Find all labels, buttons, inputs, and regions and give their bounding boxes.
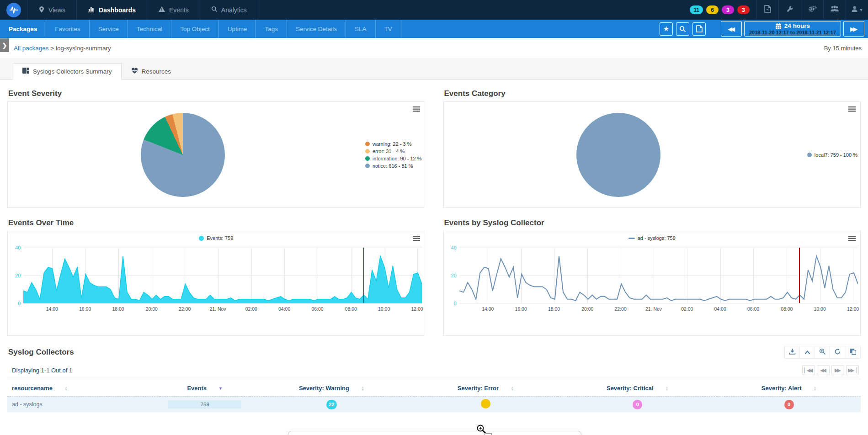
alert-count-badge[interactable]: 11 [690,5,703,14]
series-svg [459,248,858,303]
events-category-card: local7: 759 - 100 % [443,101,861,208]
pdf-icon [696,25,703,32]
app-logo[interactable] [0,0,27,20]
copy-button[interactable] [845,346,860,358]
gears-button[interactable] [801,0,823,20]
chart-menu-button[interactable] [413,235,420,243]
chart-legend-item[interactable]: ad - syslogs: 759 [444,231,861,245]
x-axis-label: 04:00 [278,306,290,312]
page-last-button[interactable]: ▶▶▕ [846,365,859,375]
refresh-button[interactable] [830,346,845,358]
column-header-severity-alert[interactable]: Severity: Alert▲▼ [717,380,861,397]
favorite-button[interactable]: ★ [660,22,673,36]
x-axis-label: 20:00 [581,306,593,312]
dashboard-content: Event Severity warning: 22 - 3 %error: 3… [0,80,868,412]
panel-events-over-time: Events Over Time Events: 7590204014:0016… [7,214,425,336]
x-axis-label: 20:00 [146,306,158,312]
sort-icon: ▲▼ [814,386,817,391]
x-axis-label: 08:00 [345,306,357,312]
view-tabstrip: Syslogs Collectors SummaryResources [0,58,868,80]
legend-dot [807,153,812,157]
tooltip-popup [288,431,581,435]
view-tab-label: Resources [142,68,171,75]
range-dates[interactable]: 2018-11-20 12:17 to 2018-11-21 12:17 [749,30,836,35]
syslog-section-header: Syslog Collectors [7,346,861,359]
zoom-in-button[interactable] [815,346,830,358]
nav-item-label: Analytics [221,6,247,14]
page-prev-button[interactable]: ◀◀ [817,365,830,375]
table-body: ad - syslogs7592200 [7,397,861,413]
page-first-button[interactable]: ▏◀◀ [802,365,815,375]
users-button[interactable] [823,0,846,20]
pie-chart [576,113,660,197]
search-button[interactable] [676,22,689,36]
tab-service[interactable]: Service [90,20,128,38]
x-axis-label: 16:00 [79,306,91,312]
collapse-button[interactable] [800,346,815,358]
chart-menu-button[interactable] [413,106,420,114]
resource-link[interactable]: ad - syslogs [12,401,43,408]
wrench-button[interactable] [778,0,801,20]
x-axis-label: 02:00 [681,306,693,312]
range-back-button[interactable]: ◀◀ [721,21,742,37]
legend-item-information[interactable]: information: 90 - 12 % [365,156,422,161]
y-axis-label: 20 [15,273,21,278]
alert-count-badge[interactable]: 6 [706,5,719,14]
sidebar-expander[interactable]: ❯ [0,38,9,52]
column-header-severity-warning[interactable]: Severity: Warning▲▼ [250,380,413,397]
alert-count-badge[interactable]: 3 [722,5,734,14]
cursor-selection-box [485,433,492,435]
nav-item-events[interactable]: Events [147,0,200,20]
nav-item-views[interactable]: Views [27,0,77,20]
user-menu-button[interactable]: ▼ [846,0,868,20]
tab-top-object[interactable]: Top Object [171,20,219,38]
severity-count-badge [481,399,490,408]
legend-item-notice[interactable]: notice: 616 - 81 % [365,163,422,169]
menu-hamburger-icon [413,106,420,113]
column-header-severity-critical[interactable]: Severity: Critical▲▼ [558,380,717,397]
chart-menu-button[interactable] [848,235,856,243]
range-forward-button[interactable]: ▶▶ [843,21,864,37]
download-button[interactable] [785,346,800,358]
pdf-button[interactable] [692,22,706,36]
tab-tags[interactable]: Tags [256,20,287,38]
tab-tv[interactable]: TV [376,20,401,38]
panel-events-by-collector: Events by Syslog Collector ad - syslogs:… [443,214,861,336]
view-tab-syslogs-collectors-summary[interactable]: Syslogs Collectors Summary [13,63,122,80]
top-nav: ViewsDashboardsEventsAnalytics 11633 ▼ [0,0,868,20]
menu-hamburger-icon [848,106,856,113]
table-statusbar: Displaying 1-1 Out of 1 ▏◀◀◀◀▶▶▶▶▕ [7,363,861,379]
chart-legend-item[interactable]: Events: 759 [8,231,425,245]
legend-item-local7[interactable]: local7: 759 - 100 % [807,152,857,158]
column-header-severity-error[interactable]: Severity: Error▲▼ [414,380,558,397]
table-header-row: resourcename▲▼Events▼Severity: Warning▲▼… [7,380,861,397]
time-range-selector[interactable]: 24 hours 2018-11-20 12:17 to 2018-11-21 … [744,21,841,37]
legend-item-error[interactable]: error: 31 - 4 % [365,149,422,154]
alert-count-badge[interactable]: 3 [737,5,750,14]
column-header-events[interactable]: Events▼ [160,380,250,397]
chart-menu-button[interactable] [848,106,856,114]
caret-down-icon: ▼ [859,8,863,12]
x-axis-label: 08:00 [781,306,793,312]
legend-label: Events: 759 [207,235,233,241]
nav-item-analytics[interactable]: Analytics [200,0,258,20]
tab-packages[interactable]: Packages [0,20,46,38]
tab-service-details[interactable]: Service Details [287,20,346,38]
x-axis-label: 14:00 [482,306,494,312]
tab-uptime[interactable]: Uptime [219,20,256,38]
column-header-resourcename[interactable]: resourcename▲▼ [7,380,160,397]
legend-label: error: 31 - 4 % [373,149,405,154]
page-next-button[interactable]: ▶▶ [831,365,844,375]
pdf-export-button[interactable] [756,0,778,20]
legend-item-warning[interactable]: warning: 22 - 3 % [365,141,422,147]
panel-title: Events Category [444,89,861,98]
tab-sla[interactable]: SLA [346,20,376,38]
view-tab-resources[interactable]: Resources [122,63,181,80]
nav-item-dashboards[interactable]: Dashboards [77,0,147,20]
pdf-export-icon [764,5,771,15]
severity-count-badge: 0 [784,400,794,409]
tab-technical[interactable]: Technical [128,20,171,38]
breadcrumb-all-packages-link[interactable]: All packages [14,45,49,52]
tab-favorites[interactable]: Favorites [46,20,90,38]
panel-event-severity: Event Severity warning: 22 - 3 %error: 3… [7,85,425,208]
